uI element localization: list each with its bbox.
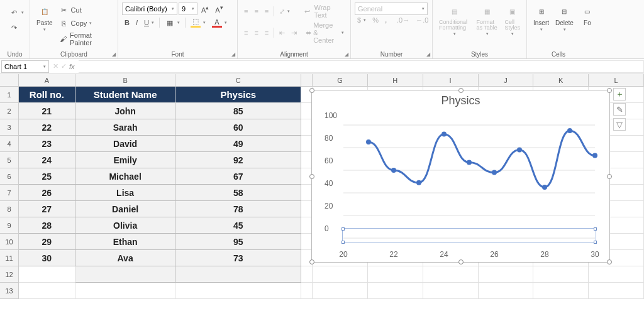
cell[interactable]: Student Name [75, 87, 176, 103]
decrease-indent-button[interactable]: ⇤ [277, 28, 287, 38]
resize-handle[interactable] [607, 174, 612, 179]
row-header[interactable]: 3 [0, 119, 19, 136]
cut-button[interactable]: ✂Cut [57, 4, 114, 16]
resize-handle[interactable] [309, 259, 314, 264]
enter-formula-icon[interactable]: ✓ [61, 62, 67, 70]
row-header[interactable]: 7 [0, 185, 19, 201]
resize-handle[interactable] [309, 88, 314, 93]
col-header-H[interactable]: H [368, 74, 423, 86]
fill-color-button[interactable]: ⬚▾ [188, 16, 208, 29]
cell[interactable] [479, 266, 534, 283]
cell[interactable] [533, 266, 589, 283]
cell[interactable]: Physics [175, 87, 301, 103]
cell[interactable] [368, 266, 423, 283]
chart-plot-area[interactable]: 020406080100 202224262830 [343, 116, 595, 248]
cancel-formula-icon[interactable]: ✕ [53, 62, 58, 70]
align-left-button[interactable]: ≡ [242, 28, 250, 38]
cell[interactable]: 49 [175, 136, 301, 152]
dialog-launcher-icon[interactable]: ◢ [231, 52, 235, 57]
row-header[interactable]: 5 [0, 152, 19, 168]
row-header[interactable]: 10 [0, 234, 19, 250]
resize-handle[interactable] [458, 259, 464, 264]
cell[interactable]: 85 [175, 103, 301, 119]
row-header[interactable]: 6 [0, 168, 19, 185]
col-header-G[interactable]: G [313, 74, 368, 86]
cell[interactable]: Ava [75, 250, 176, 266]
align-top-button[interactable]: ≡ [242, 6, 250, 16]
align-middle-button[interactable]: ≡ [252, 6, 260, 16]
row-header[interactable]: 8 [0, 201, 19, 217]
cell-styles-button[interactable]: ▣Cell Styles▾ [502, 3, 523, 38]
format-as-table-button[interactable]: ▦Format as Table▾ [474, 3, 501, 38]
cell[interactable]: 25 [19, 168, 75, 185]
bold-button[interactable]: B [122, 18, 132, 28]
cell[interactable] [175, 283, 301, 299]
cell[interactable]: Ethan [75, 234, 176, 250]
dialog-launcher-icon[interactable]: ◢ [112, 52, 116, 57]
wrap-text-button[interactable]: ↩Wrap Text [300, 3, 347, 20]
font-name-select[interactable]: Calibri (Body)▾ [122, 3, 177, 15]
accounting-format-button[interactable]: $▾ [355, 15, 369, 25]
fx-icon[interactable]: fx [69, 63, 75, 70]
align-right-button[interactable]: ≡ [262, 28, 271, 38]
resize-handle[interactable] [458, 88, 464, 93]
cell[interactable]: 45 [175, 217, 301, 234]
increase-indent-button[interactable]: ⇥ [289, 28, 299, 38]
cell[interactable]: 27 [19, 201, 75, 217]
undo-button[interactable]: ↶▾ [6, 6, 26, 19]
redo-button[interactable]: ↷ [6, 21, 21, 34]
format-painter-button[interactable]: 🖌Format Painter [57, 30, 114, 48]
underline-button[interactable]: U▾ [142, 18, 157, 28]
col-header-I[interactable]: I [423, 74, 479, 86]
cell[interactable] [423, 266, 479, 283]
chart-elements-button[interactable]: ＋ [613, 88, 626, 101]
row-header[interactable]: 12 [0, 266, 19, 283]
dialog-launcher-icon[interactable]: ◢ [426, 52, 430, 57]
col-header-K[interactable]: K [533, 74, 589, 86]
row-header[interactable]: 11 [0, 250, 19, 266]
increase-decimal-button[interactable]: .0→ [394, 15, 412, 25]
chart-styles-button[interactable]: ✎ [613, 103, 626, 116]
row-header[interactable]: 1 [0, 87, 19, 103]
delete-cells-button[interactable]: ⊟Delete▾ [553, 3, 576, 33]
orientation-button[interactable]: ⤢▾ [277, 6, 292, 17]
align-bottom-button[interactable]: ≡ [262, 6, 271, 16]
cell[interactable]: Daniel [75, 201, 176, 217]
cell[interactable] [479, 283, 534, 299]
cell[interactable] [301, 266, 313, 283]
cell[interactable]: David [75, 136, 176, 152]
number-format-select[interactable]: General▾ [355, 3, 428, 15]
borders-button[interactable]: ▦▾ [162, 16, 182, 29]
resize-handle[interactable] [309, 174, 314, 179]
cell[interactable]: 26 [19, 185, 75, 201]
copy-button[interactable]: ⎘Copy▾ [57, 17, 114, 30]
cell[interactable] [313, 283, 368, 299]
cell[interactable]: Sarah [75, 119, 176, 136]
cell[interactable] [301, 283, 313, 299]
col-header-C[interactable]: C [175, 74, 301, 86]
cell[interactable] [423, 283, 479, 299]
cell[interactable] [75, 266, 176, 283]
row-header[interactable]: 2 [0, 103, 19, 119]
cell[interactable]: 28 [19, 217, 75, 234]
cell[interactable] [589, 283, 644, 299]
italic-button[interactable]: I [133, 18, 140, 28]
cell[interactable]: Lisa [75, 185, 176, 201]
cell[interactable] [175, 266, 301, 283]
chart-filters-button[interactable]: ▽ [613, 118, 626, 131]
chart-object[interactable]: Physics 020406080100 202224262830 [311, 90, 610, 263]
paste-button[interactable]: 📋 Paste ▾ [34, 3, 55, 33]
select-all-corner[interactable] [0, 74, 19, 86]
col-header-B[interactable]: B [75, 74, 176, 86]
formula-bar[interactable] [79, 60, 644, 73]
name-box[interactable]: Chart 1▾ [1, 60, 49, 73]
row-header[interactable]: 13 [0, 283, 19, 299]
cell[interactable]: 30 [19, 250, 75, 266]
dialog-launcher-icon[interactable]: ◢ [345, 52, 348, 57]
row-header[interactable]: 9 [0, 217, 19, 234]
cell[interactable] [313, 266, 368, 283]
cell[interactable]: 60 [175, 119, 301, 136]
merge-center-button[interactable]: ⬌Merge & Center▾ [303, 20, 347, 45]
cell[interactable]: Emily [75, 152, 176, 168]
cell[interactable]: 23 [19, 136, 75, 152]
